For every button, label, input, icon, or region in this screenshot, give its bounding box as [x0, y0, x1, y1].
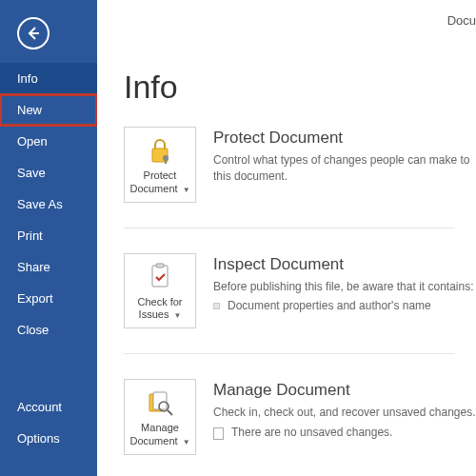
sidebar-item-info[interactable]: Info [0, 63, 97, 94]
tile-icon-wrap [145, 135, 175, 166]
manage-document-tile[interactable]: Manage Document ▼ [124, 379, 196, 455]
section-divider [124, 228, 455, 228]
section-heading: Protect Document [213, 129, 476, 148]
svg-rect-6 [153, 392, 167, 409]
back-arrow-icon [26, 26, 41, 41]
section-text: Control what types of changes people can… [213, 152, 476, 185]
bullet-item: Document properties and author's name [213, 299, 476, 312]
inspect-icon [145, 262, 175, 292]
sidebar-item-save-as[interactable]: Save As [0, 188, 97, 220]
manage-icon [145, 387, 175, 418]
section-heading: Inspect Document [213, 255, 476, 274]
sidebar-item-open[interactable]: Open [0, 126, 97, 157]
sidebar-item-account[interactable]: Account [0, 391, 97, 423]
svg-rect-3 [152, 266, 168, 287]
bullet-text: Document properties and author's name [228, 299, 431, 312]
svg-rect-4 [156, 264, 164, 268]
section-description: Protect DocumentControl what types of ch… [213, 127, 476, 185]
tile-icon-wrap [145, 262, 175, 292]
tile-label: Check for Issues ▼ [129, 296, 191, 323]
sidebar-item-save[interactable]: Save [0, 157, 97, 188]
sidebar-footer: AccountOptions [0, 391, 97, 454]
document-icon [213, 427, 224, 440]
section-text: Before publishing this file, be aware th… [213, 279, 476, 295]
tile-label: Manage Document ▼ [129, 422, 191, 448]
info-section: Manage Document ▼Manage DocumentCheck in… [124, 379, 476, 455]
dropdown-caret-icon: ▼ [183, 438, 190, 446]
backstage-view: InfoNewOpenSaveSave AsPrintShareExportCl… [0, 0, 476, 476]
svg-rect-2 [165, 160, 167, 164]
protect-document-tile[interactable]: Protect Document ▼ [124, 127, 196, 203]
section-text: Check in, check out, and recover unsaved… [213, 405, 476, 421]
sidebar-item-share[interactable]: Share [0, 251, 97, 283]
sidebar-item-new[interactable]: New [0, 94, 97, 126]
sidebar-spacer [0, 346, 97, 391]
bullet-text: There are no unsaved changes. [231, 426, 392, 439]
main-panel: Docu Info Protect Document ▼Protect Docu… [97, 0, 476, 476]
bullet-item: There are no unsaved changes. [213, 426, 476, 440]
sidebar-item-export[interactable]: Export [0, 283, 97, 314]
tile-label: Protect Document ▼ [129, 169, 191, 196]
section-divider [124, 353, 455, 354]
sidebar: InfoNewOpenSaveSave AsPrintShareExportCl… [0, 0, 97, 476]
dropdown-caret-icon: ▼ [183, 186, 190, 194]
section-description: Manage DocumentCheck in, check out, and … [213, 379, 476, 443]
section-description: Inspect DocumentBefore publishing this f… [213, 253, 476, 316]
info-sections: Protect Document ▼Protect DocumentContro… [124, 127, 476, 455]
sidebar-item-options[interactable]: Options [0, 423, 97, 454]
info-section: Protect Document ▼Protect DocumentContro… [124, 127, 476, 203]
page-title: Info [124, 69, 476, 106]
lock-icon [145, 135, 175, 166]
sidebar-item-close[interactable]: Close [0, 314, 97, 346]
titlebar-fragment: Docu [447, 13, 476, 28]
back-button[interactable] [17, 17, 50, 50]
sidebar-item-print[interactable]: Print [0, 220, 97, 251]
bullet-square-icon [213, 303, 220, 309]
bullet-list: There are no unsaved changes. [213, 426, 476, 440]
info-section: Check for Issues ▼Inspect DocumentBefore… [124, 253, 476, 329]
bullet-list: Document properties and author's name [213, 299, 476, 312]
sidebar-nav: InfoNewOpenSaveSave AsPrintShareExportCl… [0, 63, 97, 346]
dropdown-caret-icon: ▼ [173, 311, 181, 320]
section-heading: Manage Document [213, 381, 476, 400]
tile-icon-wrap [145, 387, 175, 418]
check-for-issues-tile[interactable]: Check for Issues ▼ [124, 253, 196, 329]
